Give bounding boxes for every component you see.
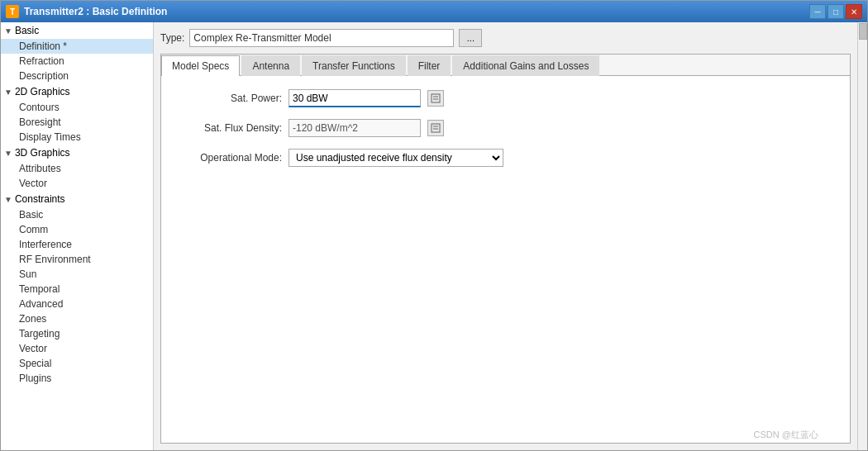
- sat-flux-label: Sat. Flux Density:: [174, 122, 282, 134]
- sidebar-item-refraction[interactable]: Refraction: [1, 54, 153, 69]
- sidebar-item-definition-label: Definition *: [19, 40, 67, 52]
- sidebar-item-plugins[interactable]: Plugins: [1, 371, 153, 386]
- sidebar-item-plugins-label: Plugins: [19, 373, 51, 384]
- sidebar-item-vector-c-label: Vector: [19, 343, 47, 354]
- watermark: CSDN @红蓝心: [754, 429, 818, 441]
- sidebar-section-constraints[interactable]: ▼ Constraints: [1, 191, 153, 207]
- sidebar-item-zones[interactable]: Zones: [1, 311, 153, 326]
- sidebar-item-sun[interactable]: Sun: [1, 267, 153, 282]
- title-bar-left: T Transmitter2 : Basic Definition: [6, 5, 167, 18]
- operational-mode-row: Operational Mode: Use unadjusted receive…: [174, 149, 837, 167]
- operational-mode-select[interactable]: Use unadjusted receive flux density Use …: [289, 149, 503, 167]
- sidebar-item-vector-label: Vector: [19, 178, 47, 189]
- sidebar-item-interference[interactable]: Interference: [1, 237, 153, 252]
- sidebar-item-display-times-label: Display Times: [19, 131, 81, 143]
- sidebar-section-basic-label: Basic: [15, 25, 39, 36]
- sidebar-item-contours[interactable]: Contours: [1, 100, 153, 115]
- sidebar-item-vector-c[interactable]: Vector: [1, 341, 153, 356]
- tabs-container: Model Specs Antenna Transfer Functions F…: [160, 54, 851, 444]
- sidebar-item-comm-label: Comm: [19, 224, 48, 235]
- sidebar-item-basic-c-label: Basic: [19, 209, 43, 221]
- tabs-header: Model Specs Antenna Transfer Functions F…: [161, 55, 850, 76]
- tab-transfer-functions[interactable]: Transfer Functions: [302, 55, 406, 76]
- sidebar-item-contours-label: Contours: [19, 102, 60, 113]
- main-content: ▼ Basic Definition * Refraction Descript…: [1, 22, 867, 450]
- main-window: T Transmitter2 : Basic Definition ─ □ ✕ …: [0, 0, 868, 451]
- sidebar-section-3d-label: 3D Graphics: [15, 147, 70, 159]
- sidebar-item-comm[interactable]: Comm: [1, 222, 153, 237]
- sidebar-item-attributes-label: Attributes: [19, 163, 61, 174]
- sat-power-input[interactable]: [289, 89, 421, 107]
- sidebar-item-special-label: Special: [19, 358, 51, 369]
- calculator-icon: [431, 93, 441, 103]
- sidebar-item-targeting-label: Targeting: [19, 328, 60, 339]
- sidebar-item-interference-label: Interference: [19, 239, 72, 250]
- sidebar-section-constraints-label: Constraints: [15, 193, 65, 205]
- type-row: Type: ...: [160, 29, 851, 47]
- sidebar-section-2d-label: 2D Graphics: [15, 86, 70, 97]
- sidebar-item-rf-environment-label: RF Environment: [19, 254, 91, 265]
- sidebar-item-rf-environment[interactable]: RF Environment: [1, 252, 153, 267]
- maximize-button[interactable]: □: [827, 4, 844, 19]
- type-input[interactable]: [189, 29, 454, 47]
- title-bar: T Transmitter2 : Basic Definition ─ □ ✕: [1, 1, 867, 22]
- sidebar-item-temporal-label: Temporal: [19, 283, 60, 295]
- sidebar: ▼ Basic Definition * Refraction Descript…: [1, 22, 154, 450]
- tab-antenna[interactable]: Antenna: [241, 55, 300, 76]
- svg-rect-3: [432, 124, 440, 132]
- collapse-icon-constraints: ▼: [4, 195, 12, 204]
- scrollbar[interactable]: [857, 22, 867, 450]
- sidebar-item-sun-label: Sun: [19, 268, 36, 280]
- svg-rect-0: [432, 94, 440, 102]
- minimize-button[interactable]: ─: [809, 4, 826, 19]
- window-title: Transmitter2 : Basic Definition: [24, 6, 167, 17]
- sidebar-item-description[interactable]: Description: [1, 69, 153, 83]
- sidebar-item-attributes[interactable]: Attributes: [1, 161, 153, 176]
- tab-additional-gains[interactable]: Additional Gains and Losses: [452, 55, 599, 76]
- sidebar-item-boresight[interactable]: Boresight: [1, 115, 153, 130]
- sat-flux-btn[interactable]: [427, 120, 444, 136]
- sidebar-item-targeting[interactable]: Targeting: [1, 326, 153, 341]
- sidebar-item-special[interactable]: Special: [1, 356, 153, 371]
- type-browse-button[interactable]: ...: [459, 29, 482, 47]
- sat-flux-input: [289, 119, 421, 137]
- sidebar-item-basic-c[interactable]: Basic: [1, 207, 153, 222]
- sidebar-item-vector[interactable]: Vector: [1, 176, 153, 191]
- collapse-icon-basic: ▼: [4, 26, 12, 36]
- sidebar-item-boresight-label: Boresight: [19, 116, 61, 128]
- sidebar-item-display-times[interactable]: Display Times: [1, 130, 153, 145]
- sat-power-btn[interactable]: [427, 90, 444, 107]
- tab-filter[interactable]: Filter: [408, 55, 451, 76]
- type-label: Type:: [160, 32, 184, 44]
- scrollbar-thumb[interactable]: [859, 23, 867, 40]
- sat-power-label: Sat. Power:: [174, 93, 282, 104]
- operational-mode-label: Operational Mode:: [174, 152, 282, 164]
- sidebar-item-zones-label: Zones: [19, 313, 46, 325]
- sat-power-row: Sat. Power:: [174, 89, 837, 107]
- sidebar-section-basic[interactable]: ▼ Basic: [1, 22, 153, 39]
- right-panel: Type: ... Model Specs Antenna Transfer F…: [154, 22, 857, 450]
- sidebar-item-temporal[interactable]: Temporal: [1, 282, 153, 297]
- sidebar-section-2d-graphics[interactable]: ▼ 2D Graphics: [1, 83, 153, 100]
- tab-model-specs[interactable]: Model Specs: [161, 55, 240, 76]
- app-icon: T: [6, 5, 19, 18]
- sidebar-item-definition[interactable]: Definition *: [1, 39, 153, 54]
- title-bar-controls: ─ □ ✕: [809, 4, 862, 19]
- sat-flux-row: Sat. Flux Density:: [174, 119, 837, 137]
- sidebar-section-3d-graphics[interactable]: ▼ 3D Graphics: [1, 145, 153, 161]
- close-button[interactable]: ✕: [846, 4, 862, 19]
- sidebar-item-description-label: Description: [19, 70, 69, 82]
- sidebar-item-refraction-label: Refraction: [19, 55, 64, 67]
- calculator-icon-2: [431, 123, 441, 133]
- collapse-icon-2d: ▼: [4, 88, 12, 97]
- sidebar-item-advanced-label: Advanced: [19, 298, 63, 310]
- collapse-icon-3d: ▼: [4, 149, 12, 158]
- sidebar-item-advanced[interactable]: Advanced: [1, 297, 153, 311]
- tab-content-model-specs: Sat. Power: Sat. Flux Density:: [161, 76, 850, 443]
